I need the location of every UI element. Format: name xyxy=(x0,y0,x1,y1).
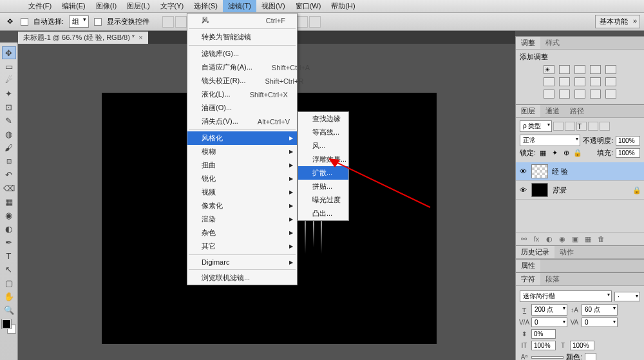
menu-item-noise[interactable]: 杂色 xyxy=(187,226,297,240)
opt-icon[interactable] xyxy=(296,16,308,28)
tab-styles[interactable]: 样式 xyxy=(540,37,565,49)
menu-view[interactable]: 视图(V) xyxy=(256,0,290,12)
tab-adjustments[interactable]: 调整 xyxy=(516,37,540,49)
menu-filter[interactable]: 滤镜(T) xyxy=(223,0,256,12)
menu-item-video[interactable]: 视频 xyxy=(187,185,297,199)
mask-icon[interactable]: ◐ xyxy=(544,234,554,243)
dodge-tool[interactable]: ◐ xyxy=(2,222,16,235)
tab-actions[interactable]: 动作 xyxy=(554,246,579,258)
layer-filter-type[interactable]: ρ 类型 xyxy=(520,120,552,132)
filter-icon[interactable] xyxy=(588,122,598,131)
tab-properties[interactable]: 属性 xyxy=(516,260,540,272)
menu-item-pixelate[interactable]: 像素化 xyxy=(187,199,297,213)
menu-select[interactable]: 选择(S) xyxy=(189,0,223,12)
submenu-tiles[interactable]: 拼贴... xyxy=(298,180,348,193)
menu-item-blur[interactable]: 模糊 xyxy=(187,145,297,158)
vscale-input[interactable]: 100% xyxy=(531,341,556,350)
baseline-input[interactable] xyxy=(531,356,564,359)
menu-help[interactable]: 帮助(H) xyxy=(326,0,360,12)
type-tool[interactable]: T xyxy=(2,249,16,262)
workspace-switcher[interactable]: 基本功能 xyxy=(595,15,640,28)
layer-thumbnail[interactable] xyxy=(531,183,548,197)
menu-image[interactable]: 图像(I) xyxy=(91,0,122,12)
adjustment-icon[interactable] xyxy=(559,77,570,86)
menu-item-last-filter[interactable]: 风Ctrl+F xyxy=(187,14,297,27)
color-swatch[interactable] xyxy=(2,319,16,334)
scale-input[interactable]: 0% xyxy=(531,329,556,339)
menu-type[interactable]: 文字(Y) xyxy=(155,0,189,12)
menu-layer[interactable]: 图层(L) xyxy=(122,0,155,12)
kerning-input[interactable]: 0 xyxy=(531,317,567,327)
leading-input[interactable]: 60 点 xyxy=(582,304,618,316)
layer-row[interactable]: 👁 经 验 xyxy=(516,162,644,181)
clone-stamp-tool[interactable]: ⧈ xyxy=(2,155,16,167)
menu-item-render[interactable]: 渲染 xyxy=(187,213,297,226)
fill-input[interactable]: 100% xyxy=(616,148,640,158)
menu-item-vanishing-point[interactable]: 消失点(V)...Alt+Ctrl+V xyxy=(187,115,297,128)
submenu-solarize[interactable]: 曝光过度 xyxy=(298,193,348,207)
eraser-tool[interactable]: ⌫ xyxy=(2,182,16,194)
adjustment-icon[interactable] xyxy=(590,65,601,74)
filter-icon[interactable] xyxy=(565,122,575,131)
move-tool[interactable]: ✥ xyxy=(2,46,16,59)
hscale-input[interactable]: 100% xyxy=(570,341,594,350)
lock-position-icon[interactable]: ✦ xyxy=(550,149,559,158)
marquee-tool[interactable]: ▭ xyxy=(2,60,16,73)
show-transform-checkbox[interactable] xyxy=(94,18,102,26)
tracking-input[interactable]: 0 xyxy=(582,317,618,327)
menu-item-stylize[interactable]: 风格化 xyxy=(187,131,297,145)
tab-paragraph[interactable]: 段落 xyxy=(540,273,565,285)
adjustment-icon[interactable] xyxy=(574,77,585,86)
foreground-color[interactable] xyxy=(2,319,11,328)
lock-move-icon[interactable]: ⊕ xyxy=(562,149,571,158)
adjustment-icon[interactable] xyxy=(559,65,570,74)
text-color-swatch[interactable] xyxy=(585,353,596,361)
opacity-input[interactable]: 100% xyxy=(616,136,640,146)
filter-icon[interactable] xyxy=(600,122,610,131)
submenu-find-edges[interactable]: 查找边缘 xyxy=(298,112,348,126)
lasso-tool[interactable]: ☄ xyxy=(2,73,16,86)
document-tab[interactable]: 未标题-1 @ 66.7% (经 验, RGB/8) * × xyxy=(18,32,148,44)
tab-history[interactable]: 历史记录 xyxy=(516,246,554,258)
adjustment-icon[interactable] xyxy=(605,77,616,86)
new-layer-icon[interactable]: ▦ xyxy=(583,234,593,243)
menu-file[interactable]: 文件(F) xyxy=(23,0,57,12)
trash-icon[interactable]: 🗑 xyxy=(596,234,606,243)
opt-icon[interactable] xyxy=(309,16,321,28)
align-icon[interactable] xyxy=(162,16,174,28)
menu-edit[interactable]: 编辑(E) xyxy=(57,0,91,12)
visibility-icon[interactable]: 👁 xyxy=(518,186,527,194)
history-brush-tool[interactable]: ↶ xyxy=(2,168,16,181)
tab-layers[interactable]: 图层 xyxy=(516,105,540,117)
path-selection-tool[interactable]: ↖ xyxy=(2,263,16,276)
menu-item-filter-gallery[interactable]: 滤镜库(G)... xyxy=(187,47,297,61)
align-icon[interactable] xyxy=(175,16,187,28)
magic-wand-tool[interactable]: ✦ xyxy=(2,87,16,100)
adjustment-icon[interactable] xyxy=(544,77,554,86)
adjustment-icon[interactable] xyxy=(605,90,616,99)
adjustment-icon[interactable] xyxy=(574,90,585,99)
gradient-tool[interactable]: ▦ xyxy=(2,195,16,208)
adjustment-icon[interactable]: ☀ xyxy=(544,65,554,74)
menu-item-oil-paint[interactable]: 油画(O)... xyxy=(187,101,297,115)
adjustment-icon[interactable] xyxy=(590,90,601,99)
submenu-contour[interactable]: 等高线... xyxy=(298,126,348,139)
pen-tool[interactable]: ✒ xyxy=(2,236,16,249)
menu-item-sharpen[interactable]: 锐化 xyxy=(187,172,297,185)
font-family-select[interactable]: 迷你简行楷 xyxy=(520,290,612,302)
font-size-input[interactable]: 200 点 xyxy=(531,304,567,316)
menu-item-browse-online[interactable]: 浏览联机滤镜... xyxy=(187,271,297,285)
submenu-diffuse[interactable]: 扩散... xyxy=(298,166,348,180)
menu-item-lens-correction[interactable]: 镜头校正(R)...Shift+Ctrl+R xyxy=(187,74,297,88)
font-style-select[interactable]: · xyxy=(614,292,640,301)
layer-row[interactable]: 👁 背景 🔒 xyxy=(516,181,644,200)
adjustment-icon[interactable] xyxy=(559,90,570,99)
menu-item-other[interactable]: 其它 xyxy=(187,240,297,253)
blur-tool[interactable]: ◉ xyxy=(2,209,16,222)
visibility-icon[interactable]: 👁 xyxy=(518,167,527,175)
menu-item-smart-filter[interactable]: 转换为智能滤镜 xyxy=(187,30,297,44)
eyedropper-tool[interactable]: ✎ xyxy=(2,114,16,127)
adjustment-icon[interactable] xyxy=(574,65,585,74)
tab-channels[interactable]: 通道 xyxy=(540,105,565,117)
lock-pixels-icon[interactable]: ▦ xyxy=(538,149,547,158)
